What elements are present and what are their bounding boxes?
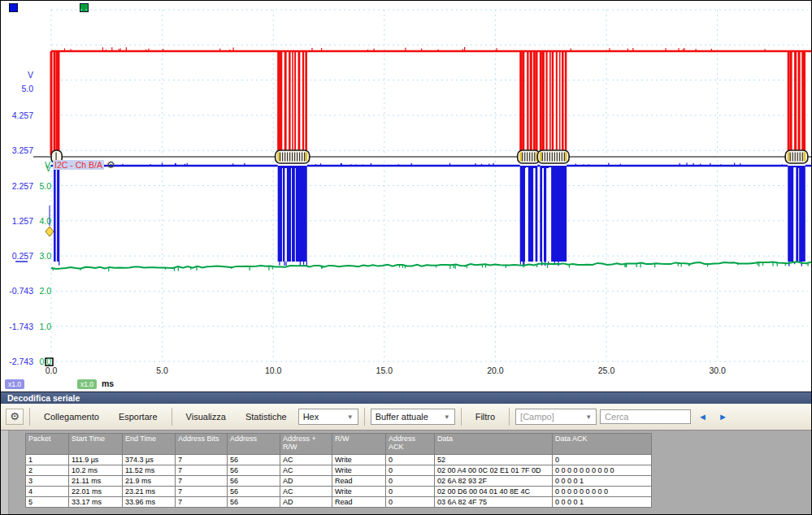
table-cell[interactable]: AC [280, 455, 332, 465]
table-cell[interactable]: 56 [228, 455, 280, 465]
column-header[interactable]: Address Bits [176, 434, 228, 455]
decoder-gear-icon[interactable]: ⚙ [106, 160, 115, 170]
table-cell[interactable]: 56 [228, 476, 280, 487]
field-dropdown[interactable]: [Campo] ▼ [515, 409, 597, 425]
statistiche-button[interactable]: Statistiche [237, 409, 295, 425]
decoder-toolbar: ⚙ Collegamento Esportare Visualizza Stat… [1, 404, 812, 431]
green-axis-tick: 3.0 [34, 251, 51, 261]
filtro-button[interactable]: Filtro [467, 409, 503, 425]
decoder-tag[interactable]: V I2C - Ch B/A ⚙ [45, 159, 115, 170]
table-row[interactable]: 210.2 ms11.52 ms756ACWrite002 00 A4 00 0… [26, 465, 652, 476]
chevron-down-icon: ▼ [444, 413, 450, 421]
table-cell[interactable]: 374.3 µs [123, 455, 176, 465]
time-axis-tick: 0.0 [35, 366, 67, 375]
table-cell[interactable]: 7 [176, 455, 228, 465]
table-cell[interactable]: 52 [435, 455, 553, 465]
time-axis-tick: 10.0 [257, 366, 289, 375]
table-cell[interactable]: AD [280, 476, 332, 487]
table-row[interactable]: 1111.9 µs374.3 µs756ACWrite0520 [26, 455, 652, 465]
table-cell[interactable]: 0 [386, 476, 435, 487]
picoscope-window: V5.04.2573.2572.2571.2570.257-0.743-1.74… [0, 0, 812, 515]
column-header[interactable]: Address [228, 434, 280, 455]
search-prev-icon[interactable]: ◄ [698, 412, 707, 422]
table-cell[interactable]: 0 [386, 497, 435, 508]
column-header[interactable]: Address ACK [386, 434, 435, 455]
table-cell[interactable]: 0 [553, 455, 652, 465]
decoder-channel-label[interactable]: I2C - Ch B/A [53, 160, 104, 170]
blue-channel-offset-marker[interactable] [15, 261, 28, 262]
table-cell[interactable]: AC [280, 465, 332, 476]
table-row[interactable]: 422.01 ms23.21 ms756ACWrite002 00 D6 00 … [26, 487, 652, 497]
table-cell[interactable]: 0 [386, 455, 435, 465]
table-cell[interactable]: 4 [26, 487, 69, 497]
table-cell[interactable]: 56 [228, 497, 280, 508]
toolbar-separator [461, 408, 462, 426]
search-input[interactable] [600, 409, 691, 424]
table-row[interactable]: 321.11 ms21.9 ms756ADRead002 6A 82 93 2F… [26, 476, 652, 487]
table-cell[interactable]: 33.96 ms [123, 497, 176, 508]
table-cell[interactable]: 3 [26, 476, 69, 487]
time-axis-tick: 25.0 [590, 366, 623, 375]
table-cell[interactable]: 0 0 0 0 0 0 0 0 0 [553, 487, 652, 497]
table-cell[interactable]: 02 00 D6 00 04 01 40 8E 4C [435, 487, 553, 497]
table-cell[interactable]: 7 [176, 497, 228, 508]
table-cell[interactable]: 2 [26, 465, 69, 476]
panel-title: Decodifica seriale [1, 392, 812, 404]
scope-view: V5.04.2573.2572.2571.2570.257-0.743-1.74… [1, 1, 812, 391]
table-cell[interactable]: 23.21 ms [123, 487, 176, 497]
zoom-badge-green[interactable]: x1.0 [77, 379, 97, 389]
table-cell[interactable]: 21.9 ms [123, 476, 176, 487]
table-cell[interactable]: Read [332, 497, 386, 508]
format-dropdown[interactable]: Hex ▼ [298, 409, 358, 425]
table-cell[interactable]: 0 [386, 465, 435, 476]
table-cell[interactable]: 11.52 ms [123, 465, 176, 476]
table-cell[interactable]: 111.9 µs [69, 455, 123, 465]
table-cell[interactable]: 10.2 ms [69, 465, 123, 476]
table-cell[interactable]: AD [280, 497, 332, 508]
decoder-settings-button[interactable]: ⚙ [6, 409, 24, 425]
table-cell[interactable]: 7 [176, 465, 228, 476]
table-cell[interactable]: 0 0 0 0 1 [553, 476, 652, 487]
table-cell[interactable]: 21.11 ms [69, 476, 123, 487]
table-cell[interactable]: AC [280, 487, 332, 497]
table-row[interactable]: 533.17 ms33.96 ms756ADRead003 6A 82 4F 7… [26, 497, 652, 508]
table-cell[interactable]: 03 6A 82 4F 75 [435, 497, 553, 508]
blue-axis-tick: 3.257 [1, 145, 33, 155]
table-cell[interactable]: 7 [176, 487, 228, 497]
table-cell[interactable]: 56 [228, 487, 280, 497]
esportare-button[interactable]: Esportare [111, 409, 166, 425]
table-cell[interactable]: 33.17 ms [69, 497, 123, 508]
table-cell[interactable]: 0 0 0 0 0 0 0 0 0 0 [553, 465, 652, 476]
column-header[interactable]: Address + R/W [280, 434, 332, 455]
table-cell[interactable]: 02 00 A4 00 0C 02 E1 01 7F 0D [435, 465, 553, 476]
table-cell[interactable]: 5 [26, 497, 69, 508]
buffer-dropdown[interactable]: Buffer attuale ▼ [371, 409, 455, 425]
column-header[interactable]: Data ACK [553, 434, 652, 455]
table-cell[interactable]: 0 [386, 487, 435, 497]
trigger-marker[interactable] [46, 227, 54, 236]
column-header[interactable]: R/W [332, 434, 386, 455]
search-next-icon[interactable]: ► [719, 412, 727, 422]
table-cell[interactable]: 7 [176, 476, 228, 487]
packet-table: PacketStart TimeEnd TimeAddress BitsAddr… [25, 433, 652, 508]
blue-axis-unit: V [1, 70, 33, 80]
table-cell[interactable]: 0 0 0 0 1 [553, 497, 652, 508]
column-header[interactable]: Start Time [69, 434, 123, 455]
table-cell[interactable]: Write [332, 455, 386, 465]
zoom-badge-blue[interactable]: x1.0 [5, 379, 24, 389]
blue-axis-tick: 0.257 [1, 251, 33, 261]
visualizza-button[interactable]: Visualizza [178, 409, 234, 425]
format-dropdown-value: Hex [303, 412, 319, 422]
table-cell[interactable]: 56 [228, 465, 280, 476]
gear-icon: ⚙ [10, 410, 20, 422]
column-header[interactable]: Packet [26, 434, 69, 455]
column-header[interactable]: End Time [123, 434, 176, 455]
collegamento-button[interactable]: Collegamento [36, 409, 107, 425]
table-cell[interactable]: Write [332, 487, 386, 497]
table-cell[interactable]: 02 6A 82 93 2F [435, 476, 553, 487]
table-cell[interactable]: 1 [26, 455, 69, 465]
table-cell[interactable]: 22.01 ms [69, 487, 123, 497]
table-cell[interactable]: Read [332, 476, 386, 487]
column-header[interactable]: Data [435, 434, 553, 455]
table-cell[interactable]: Write [332, 465, 386, 476]
